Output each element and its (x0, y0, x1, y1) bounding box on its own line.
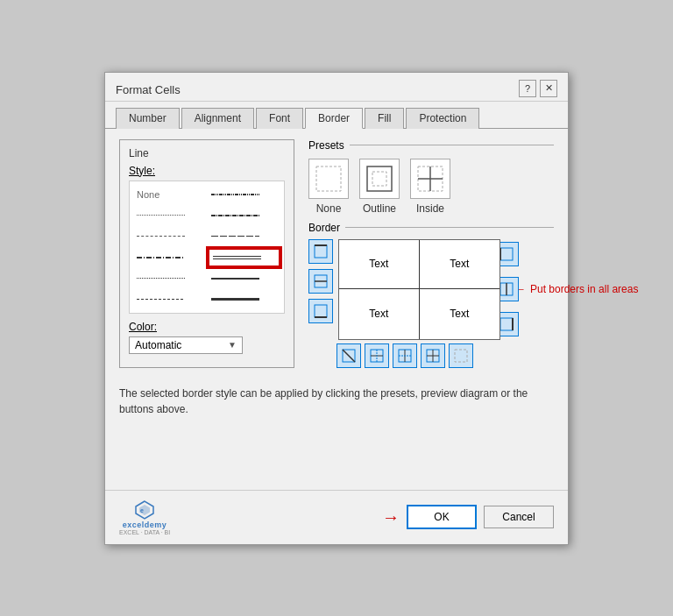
border-btn-outer-bottom[interactable] (308, 299, 333, 323)
border-divider (345, 227, 554, 228)
preset-inside-label: Inside (416, 202, 444, 215)
style-dotted2[interactable] (133, 269, 206, 288)
preview-cell-tr: Text (420, 240, 500, 290)
preset-outline[interactable]: Outline (359, 159, 400, 215)
tab-fill[interactable]: Fill (365, 108, 404, 129)
svg-rect-1 (367, 166, 392, 191)
presets-title: Presets (308, 139, 344, 152)
border-btn-all-inside-h[interactable] (365, 343, 389, 368)
help-button[interactable]: ? (519, 80, 536, 97)
border-buttons-bottom (336, 343, 554, 368)
presets-section: Presets None (308, 139, 554, 215)
footer-arrow-icon: → (382, 507, 400, 527)
border-btn-all-inside-v[interactable] (393, 343, 417, 368)
hint-text: The selected border style can be applied… (119, 386, 554, 417)
preset-inside-box (410, 159, 450, 199)
top-section: Line Style: None (119, 139, 554, 368)
style-none[interactable]: None (133, 185, 206, 204)
svg-rect-6 (315, 245, 327, 258)
title-bar: Format Cells ? ✕ (105, 73, 568, 102)
format-cells-dialog: Format Cells ? ✕ Number Alignment Font B… (104, 72, 569, 545)
close-button[interactable]: ✕ (540, 80, 557, 97)
border-btn-inner-h[interactable] (308, 269, 333, 294)
chevron-down-icon: ▼ (228, 340, 237, 350)
preset-outline-label: Outline (363, 202, 396, 215)
svg-text:e: e (140, 507, 144, 513)
svg-rect-0 (316, 166, 341, 191)
color-label: Color: (129, 321, 285, 333)
border-diag-down-icon (341, 348, 357, 364)
preset-none-label: None (316, 202, 342, 215)
exceldemy-logo: e exceldemy EXCEL · DATA · BI (119, 499, 170, 535)
border-top-icon (313, 244, 329, 259)
border-all-h-icon (369, 348, 385, 364)
style-dashed-sm[interactable] (133, 227, 206, 246)
style-thin-dashed[interactable] (133, 290, 206, 309)
border-btn-outer-top[interactable] (308, 239, 333, 264)
style-dash-dot[interactable] (208, 206, 280, 225)
border-inner-h-icon (313, 273, 329, 289)
preset-inside-icon (414, 163, 446, 195)
border-right-icon (499, 316, 514, 332)
svg-rect-29 (455, 350, 467, 362)
style-dotted[interactable] (133, 206, 206, 225)
tab-alignment[interactable]: Alignment (181, 108, 254, 129)
title-bar-left: Format Cells (116, 83, 181, 96)
tab-font[interactable]: Font (256, 108, 303, 129)
border-left-icon (499, 246, 514, 262)
border-all-v-icon (397, 348, 413, 364)
style-medium[interactable] (208, 269, 280, 288)
border-btn-diagonal-down[interactable] (336, 343, 361, 368)
preset-outline-box (359, 159, 400, 199)
line-group-title: Line (129, 147, 285, 159)
style-dash-dot2[interactable] (133, 248, 206, 267)
border-btn-none[interactable] (449, 343, 473, 368)
border-header: Border (308, 222, 554, 234)
tab-border[interactable]: Border (305, 108, 363, 129)
color-value: Automatic (135, 339, 181, 351)
border-none-icon (453, 348, 469, 364)
logo-sub: EXCEL · DATA · BI (119, 529, 170, 535)
title-controls: ? ✕ (519, 80, 557, 101)
border-all-icon (425, 348, 441, 364)
border-buttons-left (308, 239, 333, 323)
svg-rect-12 (500, 248, 513, 260)
arrow-annotation: ← Put borders in all areas (513, 281, 638, 297)
border-controls: Text Text Text Text (308, 239, 554, 340)
tab-protection[interactable]: Protection (406, 108, 479, 129)
style-double[interactable] (208, 248, 280, 267)
svg-rect-10 (315, 305, 327, 317)
ok-button[interactable]: OK (407, 505, 477, 529)
line-group: Line Style: None (119, 139, 294, 368)
preset-none-box (308, 159, 349, 199)
preset-none-icon (313, 163, 344, 195)
presets-divider (350, 145, 554, 145)
dialog-title: Format Cells (116, 83, 181, 96)
style-long-dash[interactable] (208, 227, 280, 246)
preview-grid: Text Text Text Text (339, 240, 499, 339)
content-area: Line Style: None (105, 129, 568, 490)
border-preview[interactable]: Text Text Text Text (338, 239, 500, 340)
preset-inside[interactable]: Inside (410, 159, 450, 215)
tab-number[interactable]: Number (116, 108, 180, 129)
preview-cell-br: Text (420, 289, 500, 339)
logo-icon: e (134, 499, 155, 520)
border-btn-all[interactable] (421, 343, 445, 368)
border-section: Border (308, 222, 554, 368)
svg-rect-2 (372, 172, 386, 186)
footer: e exceldemy EXCEL · DATA · BI → OK Cance… (105, 490, 568, 544)
svg-line-19 (343, 350, 355, 362)
border-bottom-icon (313, 303, 329, 319)
style-thick[interactable] (208, 290, 280, 309)
logo-name: exceldemy (123, 520, 167, 529)
preset-none[interactable]: None (308, 159, 349, 215)
svg-rect-16 (500, 318, 513, 330)
color-section: Color: Automatic ▼ (129, 321, 285, 354)
right-panel: Presets None (308, 139, 554, 368)
color-dropdown[interactable]: Automatic ▼ (129, 336, 243, 354)
style-dash-dot-dot[interactable] (208, 185, 280, 204)
preset-outline-icon (364, 163, 395, 195)
presets-icons: None Outline (308, 159, 554, 215)
cancel-button[interactable]: Cancel (484, 506, 554, 528)
border-title: Border (308, 222, 340, 234)
